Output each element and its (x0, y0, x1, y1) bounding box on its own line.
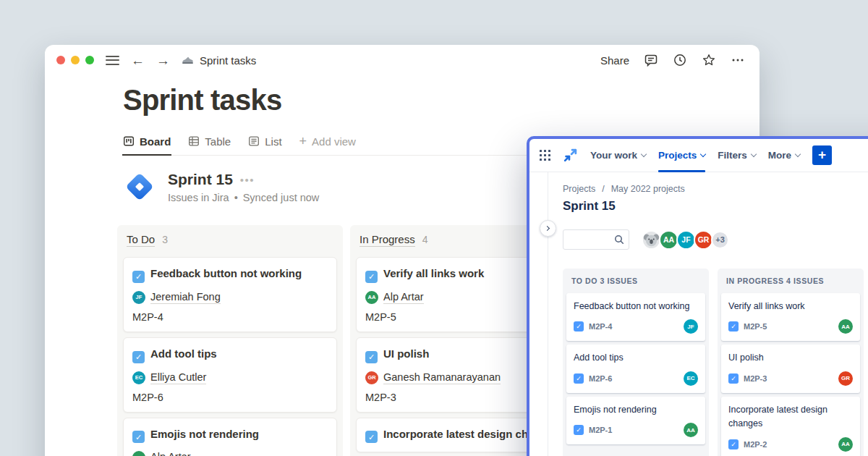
add-view-label: Add view (312, 135, 356, 148)
koala-avatar[interactable] (642, 230, 661, 250)
issue-avatar[interactable]: GR (838, 371, 853, 386)
issue-avatar[interactable]: JF (684, 319, 698, 334)
assignee-link[interactable]: Jeremiah Fong (150, 291, 221, 304)
issue-avatar[interactable]: AA (684, 423, 698, 437)
avatar[interactable]: AA (659, 230, 678, 250)
card-title: Verify all links work (383, 267, 484, 279)
card-title: UI polish (383, 347, 429, 360)
board-search[interactable] (563, 229, 629, 250)
issue-key: M2P-1 (589, 426, 612, 434)
column-header: TO DO 3 ISSUES (563, 269, 709, 291)
chevron-down-icon (751, 151, 757, 156)
issue-avatar[interactable]: EC (684, 371, 698, 386)
tab-table[interactable]: Table (188, 135, 231, 148)
issue-card[interactable]: Emojis not rendering M2P-1 AA (566, 397, 705, 444)
app-switcher-icon[interactable] (540, 150, 550, 161)
assignee-avatar: GR (365, 371, 378, 384)
sidebar-toggle-icon[interactable] (106, 56, 119, 65)
column-count: 3 (162, 234, 168, 245)
issue-title: Incorporate latest design changes (728, 403, 853, 431)
sidebar-expand-button[interactable] (540, 220, 556, 237)
favorite-star-icon[interactable] (702, 53, 716, 67)
breadcrumb-projects[interactable]: Projects (563, 184, 595, 194)
task-type-icon (574, 373, 584, 384)
nav-filters[interactable]: Filters (718, 139, 756, 172)
tab-list[interactable]: List (248, 135, 281, 148)
create-issue-button[interactable]: + Create issue (563, 448, 709, 456)
jira-navbar: Your work Projects Filters More + (529, 139, 868, 172)
tab-label: List (265, 135, 281, 148)
comments-icon[interactable] (644, 53, 658, 67)
board-search-input[interactable] (563, 230, 614, 249)
back-arrow-icon[interactable]: ← (131, 54, 145, 67)
nav-projects[interactable]: Projects (658, 139, 705, 172)
issue-title: Verify all links work (728, 300, 853, 313)
issue-avatar[interactable]: AA (838, 437, 853, 452)
avatar[interactable]: JF (676, 230, 696, 250)
checkbox-icon[interactable] (132, 271, 145, 283)
issue-card[interactable]: Verify all links work M2P-5 AA (721, 293, 860, 341)
create-button[interactable]: + (812, 145, 832, 165)
forward-arrow-icon[interactable]: → (156, 54, 170, 67)
zoom-window-button[interactable] (85, 56, 94, 64)
add-view-button[interactable]: + Add view (299, 135, 356, 148)
updates-clock-icon[interactable] (673, 53, 687, 67)
assignee-link[interactable]: Alp Artar (383, 291, 424, 304)
database-title[interactable]: Sprint 15 (168, 171, 233, 188)
card-title: Feedback button not working (150, 267, 302, 279)
sprint-title: Sprint 15 (563, 199, 868, 214)
issue-card[interactable]: UI polish M2P-3 GR (721, 345, 860, 392)
column-name[interactable]: In Progress (359, 233, 415, 247)
column-header: IN PROGRESS 4 ISSUES (718, 269, 864, 291)
sidebar-divider (548, 172, 548, 456)
jira-board: TO DO 3 ISSUES Feedback button not worki… (563, 269, 868, 456)
minimize-window-button[interactable] (71, 56, 80, 64)
assignee-link[interactable]: Ganesh Ramanarayanan (383, 371, 501, 384)
chevron-right-icon (545, 226, 550, 231)
board-column-todo: To Do 3 Feedback button not working JFJe… (117, 225, 343, 456)
issue-key: M2P-3 (744, 374, 767, 383)
more-options-icon[interactable] (731, 53, 745, 67)
column-name[interactable]: To Do (127, 233, 155, 247)
database-subtitle: Issues in Jira • Synced just now (168, 192, 319, 203)
issue-key: M2P-4 (589, 322, 612, 331)
assignee-link[interactable]: Elliya Cutler (150, 371, 206, 384)
share-button[interactable]: Share (600, 54, 629, 67)
task-type-icon (728, 373, 739, 384)
issue-key: M2P-5 (744, 322, 767, 331)
breadcrumb-board[interactable]: May 2022 projects (611, 184, 685, 194)
issue-card[interactable]: Add tool tips M2P-6 EC (566, 345, 705, 392)
assignee-link[interactable]: Alp Artar (150, 451, 191, 456)
titlebar-actions: Share (600, 53, 745, 67)
checkbox-icon[interactable] (365, 431, 378, 443)
checkbox-icon[interactable] (365, 271, 378, 283)
checkbox-icon[interactable] (132, 431, 145, 443)
issue-avatar[interactable]: AA (838, 319, 853, 334)
task-type-icon (574, 425, 584, 435)
breadcrumb-separator: / (602, 184, 604, 194)
chevron-down-icon (641, 151, 647, 156)
checkbox-icon[interactable] (365, 351, 378, 363)
card-title: Emojis not rendering (150, 428, 259, 440)
avatar-overflow[interactable]: +3 (711, 231, 729, 249)
nav-more[interactable]: More (768, 139, 800, 172)
task-card[interactable]: Emojis not rendering AAAlp Artar (123, 418, 337, 456)
nav-your-work[interactable]: Your work (590, 139, 646, 172)
avatar[interactable]: GR (694, 230, 713, 250)
issue-card[interactable]: Incorporate latest design changes M2P-2 … (721, 397, 860, 456)
jira-logo-icon[interactable] (563, 148, 578, 163)
task-type-icon (574, 321, 584, 332)
sync-status: Synced just now (243, 192, 320, 203)
task-card[interactable]: Add tool tips ECElliya Cutler M2P-6 (123, 337, 337, 413)
tab-label: Board (140, 135, 171, 148)
close-window-button[interactable] (56, 56, 65, 64)
database-more-icon[interactable]: ••• (240, 174, 255, 186)
checkbox-icon[interactable] (132, 351, 145, 363)
titlebar-doc-title[interactable]: Sprint tasks (200, 54, 256, 67)
assignee-avatar: AA (132, 451, 145, 456)
issue-card[interactable]: Feedback button not working M2P-4 JF (566, 293, 705, 341)
issue-key: M2P-6 (589, 374, 612, 383)
tab-board[interactable]: Board (123, 135, 171, 148)
assignee-avatar: AA (365, 291, 378, 304)
task-card[interactable]: Feedback button not working JFJeremiah F… (123, 257, 337, 332)
